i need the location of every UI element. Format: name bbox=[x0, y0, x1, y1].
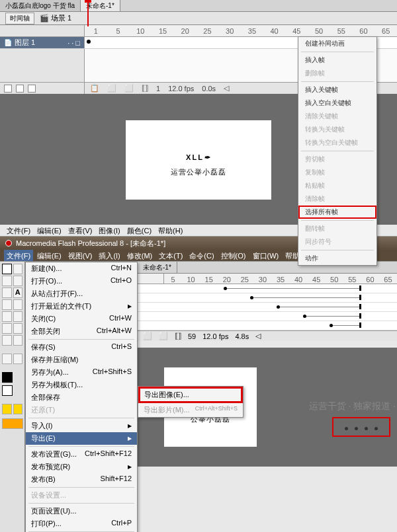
delete-layer-icon[interactable] bbox=[28, 85, 36, 93]
fm-发布设置(G)...[interactable]: 发布设置(G)...Ctrl+Shift+F12 bbox=[26, 448, 137, 461]
ctx-插入帧[interactable]: 插入帧 bbox=[298, 54, 376, 67]
fm-设备设置...[interactable]: 设备设置... bbox=[26, 489, 137, 502]
fm-页面设置(U)...[interactable]: 页面设置(U)... bbox=[26, 505, 137, 517]
fm-从站点打开(F)...[interactable]: 从站点打开(F)... bbox=[26, 287, 137, 300]
ctx-创建补间动画[interactable]: 创建补间动画 bbox=[298, 37, 376, 50]
sm-导出影片(M)...[interactable]: 导出影片(M)...Ctrl+Alt+Shift+S bbox=[138, 403, 243, 417]
artboard[interactable]: XLL✒ 运营公举小磊磊 bbox=[126, 120, 271, 200]
ctx-动作[interactable]: 动作 bbox=[298, 252, 376, 265]
hand-tool[interactable] bbox=[2, 354, 12, 364]
app-title: Macromedia Flash Professional 8 - [未命名-1… bbox=[16, 239, 165, 248]
toolbox: A bbox=[0, 262, 25, 532]
app-icon bbox=[5, 240, 12, 247]
lasso-tool[interactable] bbox=[2, 276, 12, 286]
playhead[interactable] bbox=[87, 0, 89, 26]
fm-另存为(A)...[interactable]: 另存为(A)...Ctrl+Shift+S bbox=[26, 366, 137, 379]
ctx-选择所有帧[interactable]: 选择所有帧 bbox=[298, 206, 376, 219]
timeline-label[interactable]: 时间轴 bbox=[5, 13, 34, 24]
menu-编辑(E)[interactable]: 编辑(E) bbox=[34, 225, 64, 236]
subselect-tool[interactable] bbox=[13, 264, 23, 274]
menu2-编辑(E)[interactable]: 编辑(E) bbox=[34, 250, 64, 261]
fm-发布(B)[interactable]: 发布(B)Shift+F12 bbox=[26, 473, 137, 486]
menu2-文件(F)[interactable]: 文件(F) bbox=[4, 250, 33, 261]
menu-查看(V)[interactable]: 查看(V) bbox=[66, 225, 95, 236]
ctx-清除关键帧: 清除关键帧 bbox=[298, 110, 376, 123]
eyedropper-tool[interactable] bbox=[2, 335, 12, 346]
fm-全部关闭[interactable]: 全部关闭Ctrl+Alt+W bbox=[26, 325, 137, 338]
pencil-tool[interactable] bbox=[2, 311, 12, 322]
menu-帮助(H)[interactable]: 帮助(H) bbox=[155, 225, 185, 236]
menu2-修改(M)[interactable]: 修改(M) bbox=[124, 250, 155, 261]
fm-保存并压缩(M)[interactable]: 保存并压缩(M) bbox=[26, 354, 137, 366]
rect-tool[interactable] bbox=[13, 299, 23, 310]
ctx-转换为关键帧: 转换为关键帧 bbox=[298, 123, 376, 136]
eraser-tool[interactable] bbox=[13, 335, 23, 346]
add-layer-icon[interactable] bbox=[4, 85, 12, 93]
ctx-转换为空白关键帧: 转换为空白关键帧 bbox=[298, 136, 376, 149]
stroke-color[interactable] bbox=[2, 372, 13, 383]
top-panel: 小磊磊白底logo 干货 fla 未命名-1* 时间轴 🎬场景 1 151015… bbox=[0, 0, 397, 225]
fm-全部保存[interactable]: 全部保存 bbox=[26, 391, 137, 404]
tab-1[interactable]: 小磊磊白底logo 干货 fla bbox=[0, 0, 81, 11]
logo-main: XLL✒ bbox=[186, 143, 211, 165]
ruler-2[interactable]: 5101520253035404550556065 bbox=[138, 274, 397, 284]
menu-文件(F)[interactable]: 文件(F) bbox=[4, 225, 33, 236]
pen-tool[interactable] bbox=[2, 287, 12, 298]
swap-colors[interactable] bbox=[2, 404, 12, 414]
menu-图像(I)[interactable]: 图像(I) bbox=[96, 225, 122, 236]
ctx-插入空白关键帧[interactable]: 插入空白关键帧 bbox=[298, 96, 376, 110]
zoom-tool[interactable] bbox=[13, 354, 23, 364]
brush-tool[interactable] bbox=[13, 311, 23, 322]
menu-颜色(C)[interactable]: 颜色(C) bbox=[124, 225, 154, 236]
ctx-清除帧: 清除帧 bbox=[298, 192, 376, 206]
menu2-插入(I)[interactable]: 插入(I) bbox=[96, 250, 122, 261]
current-frame: 1 bbox=[156, 85, 160, 93]
text-tool[interactable]: A bbox=[13, 287, 23, 298]
timeline-toolbar: 时间轴 🎬场景 1 bbox=[0, 12, 397, 25]
ctx-删除帧: 删除帧 bbox=[298, 67, 376, 80]
oval-tool[interactable] bbox=[2, 299, 12, 310]
bucket-tool[interactable] bbox=[2, 323, 12, 334]
fm-还原(T)[interactable]: 还原(T) bbox=[26, 404, 137, 416]
ctx-插入关键帧[interactable]: 插入关键帧 bbox=[298, 83, 376, 96]
fm-打开最近的文件(T)[interactable]: 打开最近的文件(T)▶ bbox=[26, 300, 137, 313]
bottom-panel: 文件(F)编辑(E)查看(V)图像(I)颜色(C)帮助(H) Macromedi… bbox=[0, 225, 397, 532]
layers-2[interactable] bbox=[138, 284, 397, 330]
sm-导出图像(E)...[interactable]: 导出图像(E)... bbox=[138, 387, 243, 403]
fill-color[interactable] bbox=[2, 385, 13, 396]
add-folder-icon[interactable] bbox=[16, 85, 24, 93]
layer-name[interactable]: 📄 图层 1 · · □ bbox=[0, 37, 85, 48]
keyframe[interactable] bbox=[87, 40, 91, 44]
dots-highlight bbox=[332, 417, 390, 437]
menu2-视图(V)[interactable]: 视图(V) bbox=[66, 250, 95, 261]
frame-2: 59 bbox=[188, 332, 196, 340]
default-colors[interactable] bbox=[13, 404, 23, 414]
fm-发布预览(R)[interactable]: 发布预览(R)▶ bbox=[26, 461, 137, 473]
fps: 12.0 fps bbox=[168, 85, 194, 93]
ctx-同步符号: 同步符号 bbox=[298, 235, 376, 248]
fm-打印(P)...[interactable]: 打印(P)...Ctrl+P bbox=[26, 517, 137, 530]
menu2-命令(C)[interactable]: 命令(C) bbox=[187, 250, 216, 261]
layer-tools bbox=[0, 83, 85, 94]
fm-导出(E)[interactable]: 导出(E)▶ bbox=[26, 432, 137, 445]
menu2-文本(T)[interactable]: 文本(T) bbox=[156, 250, 185, 261]
main-area: 未命名-1* 5101520253035404550556065 ⬜⬜⟦⟧ 59… bbox=[25, 262, 397, 532]
selection-tool[interactable] bbox=[2, 264, 12, 274]
fm-保存(S)[interactable]: 保存(S)Ctrl+S bbox=[26, 341, 137, 354]
fm-导入(I)[interactable]: 导入(I)▶ bbox=[26, 420, 137, 432]
options[interactable] bbox=[2, 418, 23, 429]
fm-另存为模板(T)...[interactable]: 另存为模板(T)... bbox=[26, 379, 137, 391]
menu2-窗口(W)[interactable]: 窗口(W) bbox=[250, 250, 282, 261]
menu2-控制(O)[interactable]: 控制(O) bbox=[218, 250, 249, 261]
line-tool[interactable] bbox=[13, 276, 23, 286]
scene-selector[interactable]: 🎬场景 1 bbox=[40, 13, 71, 23]
fm-打开(O)...[interactable]: 打开(O)...Ctrl+O bbox=[26, 275, 137, 287]
timeline-ruler[interactable]: 15101520253035404550556065 bbox=[0, 25, 397, 37]
file-menu: 新建(N)...Ctrl+N打开(O)...Ctrl+O从站点打开(F)...打… bbox=[25, 262, 138, 532]
ctx-粘贴帧: 粘贴帧 bbox=[298, 179, 376, 192]
tab-doc[interactable]: 未命名-1* bbox=[138, 262, 177, 273]
fm-关闭(C)[interactable]: 关闭(C)Ctrl+W bbox=[26, 313, 137, 325]
context-menu: 创建补间动画插入帧删除帧插入关键帧插入空白关键帧清除关键帧转换为关键帧转换为空白… bbox=[298, 36, 377, 266]
fm-新建(N)...[interactable]: 新建(N)...Ctrl+N bbox=[26, 262, 137, 275]
ink-tool[interactable] bbox=[13, 323, 23, 334]
